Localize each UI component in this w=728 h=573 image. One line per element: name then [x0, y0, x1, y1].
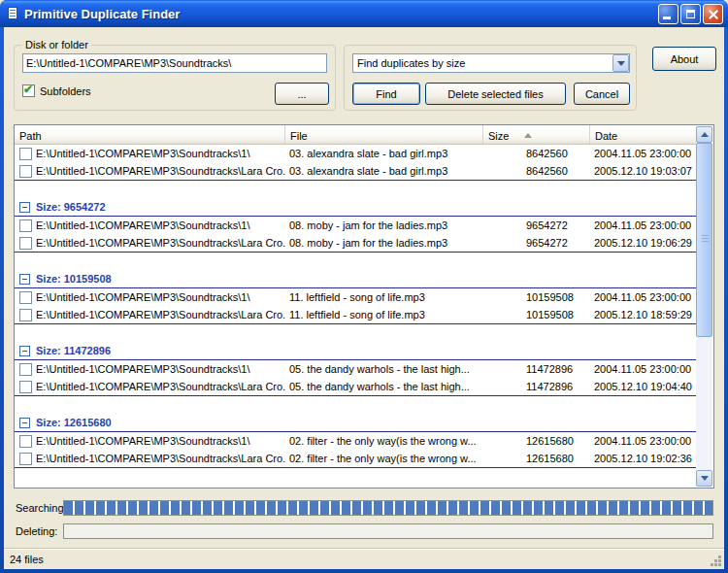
table-row[interactable]: E:\Untitled-1\COMPARE\MP3\Soundtracks\1\…	[15, 288, 697, 306]
size-cell: 9654272	[483, 237, 590, 249]
table-row[interactable]: E:\Untitled-1\COMPARE\MP3\Soundtracks\La…	[15, 162, 697, 180]
find-button[interactable]: Find	[352, 83, 420, 105]
group-rows: E:\Untitled-1\COMPARE\MP3\Soundtracks\1\…	[15, 287, 697, 324]
collapse-icon[interactable]	[19, 346, 30, 356]
file-cell: 11. leftfield - song of life.mp3	[285, 291, 483, 303]
disk-groupbox: Disk or folder ✔ Subfolders ...	[14, 45, 336, 111]
collapse-icon[interactable]	[19, 202, 30, 213]
subfolders-label: Subfolders	[40, 85, 91, 97]
path-text: E:\Untitled-1\COMPARE\MP3\Soundtracks\1\	[36, 363, 250, 375]
about-button[interactable]: About	[652, 47, 716, 71]
row-checkbox[interactable]	[19, 148, 32, 160]
group-header[interactable]: Size: 11472896	[15, 342, 697, 359]
row-checkbox[interactable]	[19, 309, 32, 321]
browse-button[interactable]: ...	[275, 83, 329, 105]
file-cell: 05. the dandy warhols - the last high...	[285, 363, 483, 375]
date-cell: 2004.11.05 23:00:00	[590, 435, 697, 447]
delete-selected-button[interactable]: Delete selected files	[425, 83, 566, 105]
table-row[interactable]: E:\Untitled-1\COMPARE\MP3\Soundtracks\La…	[15, 234, 697, 252]
app-icon	[5, 6, 20, 21]
size-cell: 8642560	[483, 165, 590, 177]
row-checkbox[interactable]	[19, 453, 32, 465]
collapse-icon[interactable]	[19, 274, 30, 285]
dropdown-arrow-button[interactable]	[612, 54, 629, 72]
column-header-path[interactable]: Path	[15, 125, 285, 144]
row-checkbox[interactable]	[19, 435, 32, 448]
mode-dropdown-value: Find duplicates by size	[353, 57, 612, 69]
checkmark-icon: ✔	[23, 84, 33, 96]
row-checkbox[interactable]	[19, 291, 32, 304]
file-cell: 03. alexandra slate - bad girl.mp3	[285, 165, 483, 177]
date-cell: 2005.12.10 19:02:36	[590, 453, 697, 464]
date-cell: 2005.12.10 19:04:40	[590, 381, 697, 392]
file-cell: 08. moby - jam for the ladies.mp3	[285, 237, 483, 249]
subfolders-row: ✔ Subfolders	[22, 84, 91, 97]
status-bar: 24 files	[4, 548, 724, 569]
collapse-icon[interactable]	[19, 418, 30, 428]
disk-group-label: Disk or folder	[22, 39, 91, 51]
group-header[interactable]: Size: 12615680	[15, 414, 697, 431]
group-header[interactable]: Size: 10159508	[15, 270, 697, 287]
deleting-label: Deleting:	[16, 525, 63, 537]
maximize-icon	[686, 10, 695, 18]
group-spacer	[15, 181, 697, 198]
path-text: E:\Untitled-1\COMPARE\MP3\Soundtracks\La…	[36, 453, 285, 464]
row-checkbox[interactable]	[19, 219, 32, 232]
size-cell: 11472896	[483, 381, 590, 392]
group-spacer	[15, 324, 697, 342]
file-cell: 03. alexandra slate - bad girl.mp3	[285, 148, 483, 159]
subfolders-checkbox[interactable]: ✔	[22, 84, 35, 97]
titlebar[interactable]: Primitive Duplicate Finder	[0, 0, 728, 27]
group-rows: E:\Untitled-1\COMPARE\MP3\Soundtracks\1\…	[15, 359, 697, 396]
table-row[interactable]: E:\Untitled-1\COMPARE\MP3\Soundtracks\La…	[15, 450, 697, 467]
table-row[interactable]: E:\Untitled-1\COMPARE\MP3\Soundtracks\1\…	[15, 145, 697, 162]
resize-grip[interactable]	[710, 555, 723, 568]
date-cell: 2004.11.05 23:00:00	[590, 219, 697, 231]
searching-progress-fill	[64, 501, 712, 515]
column-header-file[interactable]: File	[285, 125, 483, 144]
status-text: 24 files	[10, 554, 44, 565]
scrollbar-thumb[interactable]	[696, 143, 712, 337]
table-row[interactable]: E:\Untitled-1\COMPARE\MP3\Soundtracks\1\…	[15, 217, 697, 234]
column-header-date[interactable]: Date	[590, 125, 697, 144]
table-row[interactable]: E:\Untitled-1\COMPARE\MP3\Soundtracks\1\…	[15, 360, 697, 378]
scroll-up-button[interactable]	[696, 126, 712, 143]
close-button[interactable]	[703, 4, 723, 24]
table-row[interactable]: E:\Untitled-1\COMPARE\MP3\Soundtracks\La…	[15, 378, 697, 395]
minimize-button[interactable]	[658, 4, 678, 24]
app-window: Primitive Duplicate Finder Disk or folde…	[0, 0, 728, 573]
deleting-progressbar	[63, 523, 713, 539]
vertical-scrollbar[interactable]	[696, 126, 712, 487]
window-controls	[656, 4, 723, 24]
duplicates-list[interactable]: Path File Size Date E:\Untitled-1\COMPAR…	[14, 124, 714, 489]
path-text: E:\Untitled-1\COMPARE\MP3\Soundtracks\1\	[36, 219, 250, 231]
maximize-button[interactable]	[680, 4, 701, 24]
path-text: E:\Untitled-1\COMPARE\MP3\Soundtracks\1\	[36, 435, 250, 447]
table-row[interactable]: E:\Untitled-1\COMPARE\MP3\Soundtracks\La…	[15, 306, 697, 323]
row-checkbox[interactable]	[19, 165, 32, 178]
row-checkbox[interactable]	[19, 381, 32, 393]
scroll-up-icon	[701, 132, 709, 137]
group-spacer	[15, 396, 697, 414]
mode-dropdown[interactable]: Find duplicates by size	[352, 53, 630, 73]
file-cell: 02. filter - the only way(is the wrong w…	[285, 453, 483, 464]
sort-ascending-icon	[524, 133, 532, 138]
date-cell: 2004.11.05 23:00:00	[590, 148, 697, 159]
group-rows: E:\Untitled-1\COMPARE\MP3\Soundtracks\1\…	[15, 216, 697, 253]
scroll-down-button[interactable]	[696, 470, 712, 487]
path-cell: E:\Untitled-1\COMPARE\MP3\Soundtracks\La…	[15, 237, 285, 250]
row-checkbox[interactable]	[19, 237, 32, 250]
minimize-icon	[663, 17, 671, 19]
path-input[interactable]	[22, 53, 327, 73]
group-header[interactable]: Size: 9654272	[15, 198, 697, 216]
row-checkbox[interactable]	[19, 363, 32, 376]
path-cell: E:\Untitled-1\COMPARE\MP3\Soundtracks\1\	[15, 435, 285, 448]
date-cell: 2005.12.10 19:06:29	[590, 237, 697, 249]
path-cell: E:\Untitled-1\COMPARE\MP3\Soundtracks\1\	[15, 219, 285, 232]
cancel-button[interactable]: Cancel	[574, 83, 630, 105]
path-text: E:\Untitled-1\COMPARE\MP3\Soundtracks\1\	[36, 291, 250, 303]
column-header-size[interactable]: Size	[483, 125, 590, 144]
group-spacer	[15, 253, 697, 270]
table-row[interactable]: E:\Untitled-1\COMPARE\MP3\Soundtracks\1\…	[15, 432, 697, 450]
size-cell: 8642560	[483, 148, 590, 159]
